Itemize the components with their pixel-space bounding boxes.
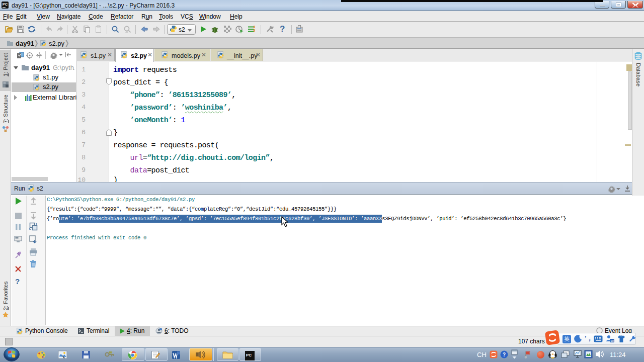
svg-text:?: ? xyxy=(503,352,506,357)
svg-text:30: 30 xyxy=(610,339,614,342)
